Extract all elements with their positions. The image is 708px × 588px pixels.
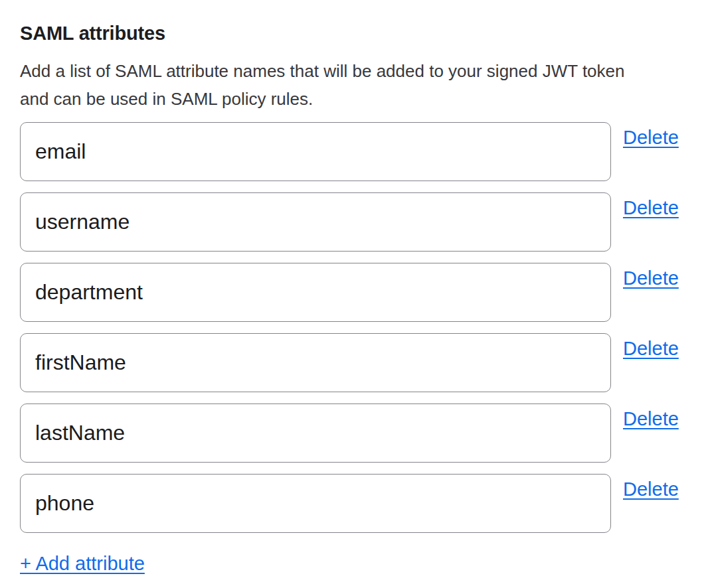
attribute-row: Delete — [20, 263, 688, 322]
attribute-list: Delete Delete Delete Delete Delete Delet… — [20, 122, 688, 533]
section-description-line-2: and can be used in SAML policy rules. — [20, 85, 688, 113]
attribute-input[interactable] — [20, 474, 611, 533]
attribute-row: Delete — [20, 192, 688, 252]
attribute-input[interactable] — [20, 404, 611, 463]
section-description-line-1: Add a list of SAML attribute names that … — [20, 57, 688, 85]
delete-attribute-link[interactable]: Delete — [623, 478, 679, 500]
attribute-input[interactable] — [20, 333, 611, 392]
delete-attribute-link[interactable]: Delete — [623, 338, 679, 359]
delete-attribute-link[interactable]: Delete — [623, 408, 679, 429]
delete-attribute-link[interactable]: Delete — [623, 127, 679, 148]
section-title: SAML attributes — [20, 21, 688, 45]
delete-attribute-link[interactable]: Delete — [623, 267, 679, 289]
attribute-row: Delete — [20, 404, 688, 463]
add-attribute-link[interactable]: + Add attribute — [20, 553, 145, 574]
saml-attributes-section: SAML attributes Add a list of SAML attri… — [0, 0, 708, 574]
attribute-input[interactable] — [20, 192, 611, 252]
delete-attribute-link[interactable]: Delete — [623, 197, 679, 218]
attribute-row: Delete — [20, 474, 688, 533]
section-description: Add a list of SAML attribute names that … — [20, 57, 688, 113]
attribute-row: Delete — [20, 333, 688, 392]
attribute-row: Delete — [20, 122, 688, 181]
attribute-input[interactable] — [20, 263, 611, 322]
attribute-input[interactable] — [20, 122, 611, 181]
